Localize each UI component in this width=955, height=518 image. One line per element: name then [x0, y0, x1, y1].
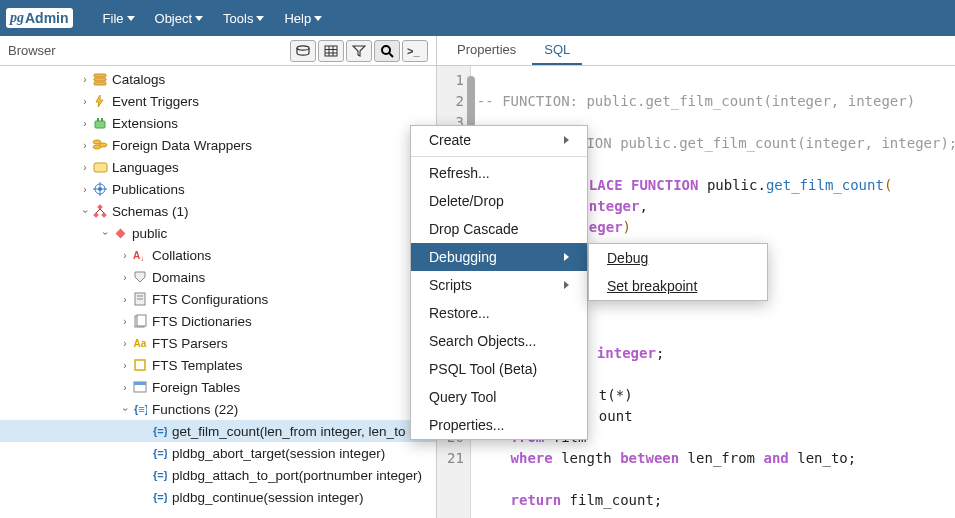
menu-file[interactable]: File	[95, 5, 143, 32]
tree-item-fn-pldbg-abort[interactable]: {=}pldbg_abort_target(session integer)	[0, 442, 436, 464]
content-tabs: Properties SQL	[437, 36, 955, 66]
toolbar-btn-server[interactable]	[290, 40, 316, 62]
menubar: File Object Tools Help	[95, 5, 331, 32]
tree-label: Extensions	[112, 113, 178, 134]
tab-sql[interactable]: SQL	[532, 36, 582, 65]
menu-tools[interactable]: Tools	[215, 5, 272, 32]
svg-point-17	[99, 143, 107, 147]
filter-icon	[352, 45, 366, 57]
logo-admin: Admin	[25, 10, 69, 26]
ctx-psql-tool[interactable]: PSQL Tool (Beta)	[411, 355, 587, 383]
svg-rect-35	[137, 315, 146, 326]
app-logo: pgAdmin	[6, 8, 73, 28]
code-line: -- FUNCTION: public.get_film_count(integ…	[477, 93, 915, 109]
function-icon: {=}	[152, 423, 168, 439]
submenu-debug[interactable]: Debug	[589, 244, 767, 272]
function-icon: {=}	[152, 467, 168, 483]
collapse-icon[interactable]: ›	[115, 402, 136, 416]
svg-rect-25	[101, 212, 107, 218]
tree-item-extensions[interactable]: ›Extensions	[0, 112, 436, 134]
collapse-icon[interactable]: ›	[95, 226, 116, 240]
fts-dict-icon	[132, 313, 148, 329]
tree-item-collations[interactable]: ›A↓Collations	[0, 244, 436, 266]
tree-item-fts-parsers[interactable]: ›AaFTS Parsers	[0, 332, 436, 354]
tree-item-fn-get-film-count[interactable]: {=}get_film_count(len_from integer, len_…	[0, 420, 436, 442]
tab-properties[interactable]: Properties	[445, 36, 528, 65]
expand-icon[interactable]: ›	[78, 135, 92, 156]
tree-item-fn-pldbg-attach[interactable]: {=}pldbg_attach_to_port(portnumber integ…	[0, 464, 436, 486]
expand-icon[interactable]: ›	[78, 179, 92, 200]
tree-item-fts-conf[interactable]: ›FTS Configurations	[0, 288, 436, 310]
tree-item-fts-dict[interactable]: ›FTS Dictionaries	[0, 310, 436, 332]
chevron-down-icon	[195, 16, 203, 21]
tree-item-catalogs[interactable]: ›Catalogs	[0, 68, 436, 90]
collapse-icon[interactable]: ›	[75, 204, 96, 218]
svg-point-6	[382, 46, 390, 54]
expand-icon[interactable]: ›	[118, 377, 132, 398]
expand-icon[interactable]: ›	[78, 157, 92, 178]
svg-rect-23	[97, 204, 103, 210]
tree-item-fn-pldbg-continue[interactable]: {=}pldbg_continue(session integer)	[0, 486, 436, 508]
ctx-query-tool[interactable]: Query Tool	[411, 383, 587, 411]
submenu-set-breakpoint[interactable]: Set breakpoint	[589, 272, 767, 300]
tree-label: pldbg_attach_to_port(portnumber integer)	[172, 465, 422, 486]
tree-label: Domains	[152, 267, 205, 288]
ctx-restore[interactable]: Restore...	[411, 299, 587, 327]
fts-conf-icon	[132, 291, 148, 307]
submenu-label: Set breakpoint	[607, 278, 697, 294]
database-icon	[296, 45, 310, 57]
ctx-refresh[interactable]: Refresh...	[411, 159, 587, 187]
expand-icon[interactable]: ›	[118, 333, 132, 354]
tree-item-languages[interactable]: ›Languages	[0, 156, 436, 178]
toolbar-btn-terminal[interactable]: >_	[402, 40, 428, 62]
ctx-drop-cascade[interactable]: Drop Cascade	[411, 215, 587, 243]
expand-icon[interactable]: ›	[78, 91, 92, 112]
svg-text:{=}: {=}	[153, 425, 167, 437]
expand-icon[interactable]: ›	[118, 245, 132, 266]
context-menu: Create Refresh... Delete/Drop Drop Casca…	[410, 125, 588, 440]
tree-label: Languages	[112, 157, 179, 178]
toolbar-btn-filter[interactable]	[346, 40, 372, 62]
tree-item-event-triggers[interactable]: ›Event Triggers	[0, 90, 436, 112]
logo-pg: pg	[10, 10, 24, 26]
tree-item-functions[interactable]: ›{≡}Functions (22)	[0, 398, 436, 420]
expand-icon[interactable]: ›	[78, 113, 92, 134]
toolbar-btn-search[interactable]	[374, 40, 400, 62]
tree-label: Publications	[112, 179, 185, 200]
chevron-down-icon	[256, 16, 264, 21]
menu-object[interactable]: Object	[147, 5, 212, 32]
expand-icon[interactable]: ›	[78, 69, 92, 90]
ctx-scripts[interactable]: Scripts	[411, 271, 587, 299]
ctx-search-objects[interactable]: Search Objects...	[411, 327, 587, 355]
svg-text:{=}: {=}	[153, 447, 167, 459]
svg-line-26	[96, 209, 100, 213]
tree-label: FTS Configurations	[152, 289, 268, 310]
tree-item-fts-templates[interactable]: ›FTS Templates	[0, 354, 436, 376]
expand-icon[interactable]: ›	[118, 289, 132, 310]
object-tree[interactable]: ›Catalogs ›Event Triggers ›Extensions ›F…	[0, 66, 436, 518]
ctx-properties[interactable]: Properties...	[411, 411, 587, 439]
tree-item-fdw[interactable]: ›Foreign Data Wrappers	[0, 134, 436, 156]
expand-icon[interactable]: ›	[118, 267, 132, 288]
tree-label: pldbg_continue(session integer)	[172, 487, 363, 508]
ctx-debugging[interactable]: Debugging	[411, 243, 587, 271]
tree-item-publications[interactable]: ›Publications	[0, 178, 436, 200]
svg-rect-9	[94, 74, 106, 77]
expand-icon[interactable]: ›	[118, 355, 132, 376]
chevron-right-icon	[564, 253, 569, 261]
expand-icon[interactable]: ›	[118, 311, 132, 332]
ctx-delete[interactable]: Delete/Drop	[411, 187, 587, 215]
toolbar-btn-grid[interactable]	[318, 40, 344, 62]
tree-item-schemas[interactable]: ›Schemas (1)	[0, 200, 436, 222]
tree-item-domains[interactable]: ›Domains	[0, 266, 436, 288]
tree-label: Event Triggers	[112, 91, 199, 112]
tree-item-public[interactable]: ›public	[0, 222, 436, 244]
tree-label: FTS Templates	[152, 355, 243, 376]
svg-line-27	[100, 209, 104, 213]
tree-item-foreign-tables[interactable]: ›Foreign Tables	[0, 376, 436, 398]
fdw-icon	[92, 137, 108, 153]
menu-file-label: File	[103, 11, 124, 26]
menu-help[interactable]: Help	[276, 5, 330, 32]
ctx-create[interactable]: Create	[411, 126, 587, 154]
browser-title: Browser	[8, 43, 290, 58]
